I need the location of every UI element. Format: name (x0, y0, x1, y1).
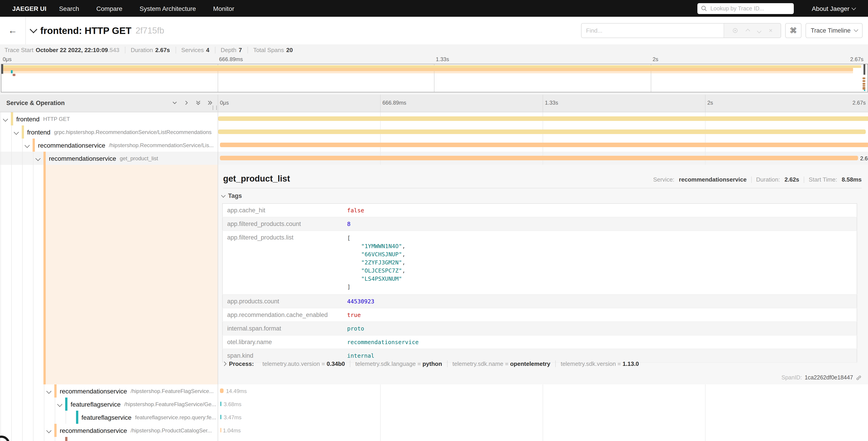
minimap-span-bar (863, 87, 865, 90)
nav-item-monitor[interactable]: Monitor (213, 5, 234, 12)
nav-item-system-architecture[interactable]: System Architecture (140, 5, 196, 12)
span-row[interactable]: featureflagservice/hipstershop.FeatureFl… (0, 398, 868, 411)
detail-service-value: recommendationservice (679, 176, 746, 183)
focus-match-icon[interactable] (732, 27, 738, 33)
tag-row[interactable]: app.products.count 44530923 (222, 295, 857, 308)
nav-item-search[interactable]: Search (59, 5, 79, 12)
tag-row[interactable]: internal.span.format proto (222, 322, 857, 335)
clear-find-icon[interactable]: × (769, 27, 773, 34)
trace-id-lookup-input[interactable] (709, 5, 790, 12)
span-row[interactable]: recommendationservice/hipstershop.Recomm… (0, 139, 868, 152)
tag-row[interactable]: app.filtered_products.list [ "1YMWWN1N4O… (222, 231, 857, 295)
span-color-stripe (33, 139, 35, 152)
trace-view-selector[interactable]: Trace Timeline (806, 23, 863, 38)
span-bar[interactable] (220, 156, 858, 160)
tags-section-toggle[interactable]: Tags (222, 193, 242, 199)
trace-id-lookup[interactable] (697, 3, 794, 14)
chevron-down-icon (854, 27, 858, 32)
minimap-span-bar (2, 68, 853, 71)
collapse-all-icon[interactable] (195, 100, 201, 106)
process-attr: telemetry.sdk.version = 1.13.0 (556, 360, 644, 367)
process-attr: telemetry.auto.version = 0.34b0 (257, 360, 350, 367)
about-jaeger-menu[interactable]: About Jaeger (812, 5, 855, 12)
chevron-right-icon (222, 361, 226, 366)
span-duration-label: 3.47ms (224, 414, 242, 421)
minimap-canvas[interactable] (1, 64, 868, 92)
span-color-stripe (65, 398, 67, 411)
tag-row[interactable]: app.filtered_products.count 8 (222, 217, 857, 231)
minimap-span-bar (11, 70, 13, 74)
service-operation-header: Service & Operation (6, 99, 65, 107)
process-section-toggle[interactable]: Process: telemetry.auto.version = 0.34b0… (223, 360, 644, 367)
panel-divider[interactable] (218, 95, 218, 441)
keyboard-shortcuts-button[interactable]: ⌘ (785, 23, 802, 38)
panel-resize-grip[interactable] (213, 106, 217, 110)
span-row-selected[interactable]: recommendationserviceget_product_list 2.… (0, 152, 868, 165)
chevron-down-icon[interactable] (46, 389, 52, 394)
jaeger-trace-page: JAEGER UI Search Compare System Architec… (0, 0, 868, 441)
app-logo[interactable]: JAEGER UI (12, 5, 46, 12)
back-button[interactable]: ← (0, 17, 26, 45)
chevron-down-icon[interactable] (57, 402, 62, 407)
span-color-stripe (43, 165, 46, 384)
span-bar[interactable] (220, 143, 868, 147)
nav-item-compare[interactable]: Compare (96, 5, 122, 12)
timeline-column-header: Service & Operation 0μs 666.89ms 1.33s 2… (0, 95, 868, 112)
trace-duration-value: 2.67s (155, 47, 170, 53)
minimap-right-drag-handle[interactable] (864, 64, 865, 75)
collapse-trace-chevron-icon[interactable] (30, 26, 37, 33)
span-bar[interactable] (220, 388, 224, 393)
link-icon[interactable] (856, 375, 862, 381)
tag-row[interactable]: app.cache_hit false (222, 204, 857, 217)
span-detail-row: get_product_list Service:recommendations… (0, 165, 868, 385)
span-color-stripe (22, 125, 24, 139)
collapse-one-icon[interactable] (172, 100, 177, 106)
trace-id-short: 2f715fb (135, 26, 164, 35)
span-color-stripe (54, 424, 57, 437)
minimap-tick-labels: 0μs 666.89ms 1.33s 2s 2.67s (0, 56, 868, 64)
expand-all-icon[interactable] (207, 100, 213, 106)
chevron-down-icon[interactable] (25, 143, 30, 148)
trace-services-value: 4 (206, 47, 209, 53)
minimap-span-bar (863, 85, 865, 86)
chevron-down-icon (851, 5, 856, 10)
find-box: × (581, 23, 781, 38)
span-row[interactable]: recommendationservice/hipstershop.Produc… (0, 424, 868, 437)
minimap-span-bar (13, 74, 16, 76)
span-row-partial[interactable] (0, 437, 868, 441)
minimap-left-drag-handle[interactable] (1, 64, 3, 74)
span-color-stripe (43, 152, 46, 165)
minimap-span-bar (2, 71, 853, 74)
timeline-ruler: 0μs 666.89ms 1.33s 2s 2.67s (218, 95, 868, 112)
next-match-icon[interactable] (757, 27, 761, 34)
span-row[interactable]: featureflagservicefeatureflagservice.rep… (0, 411, 868, 424)
chevron-down-icon[interactable] (3, 117, 8, 122)
trace-header: ← frontend: HTTP GET 2f715fb × ⌘ Trac (0, 17, 868, 45)
span-bar[interactable] (221, 415, 221, 419)
tag-row[interactable]: otel.library.name recommendationservice (222, 335, 857, 349)
span-duration-label: 2.62s (860, 155, 868, 161)
search-icon (701, 5, 707, 11)
chevron-down-icon[interactable] (35, 156, 41, 161)
minimap-span-bar (2, 65, 861, 68)
span-duration-label: 1.04ms (223, 428, 241, 434)
span-row[interactable]: recommendationservice/hipstershop.Featur… (0, 384, 868, 398)
chevron-down-icon[interactable] (46, 428, 52, 433)
trace-depth-value: 7 (239, 47, 242, 53)
expand-one-icon[interactable] (184, 100, 189, 106)
span-bar[interactable] (220, 402, 221, 406)
trace-title: frontend: HTTP GET (40, 25, 131, 36)
span-row[interactable]: frontendHTTP GET (0, 112, 868, 125)
prev-match-icon[interactable] (746, 27, 749, 34)
detail-start-time-value: 8.58ms (842, 176, 862, 183)
find-input[interactable] (582, 23, 724, 37)
chevron-down-icon (221, 193, 226, 198)
span-bar[interactable] (218, 129, 866, 134)
span-bar[interactable] (220, 428, 221, 432)
span-duration-label: 3.68ms (223, 401, 242, 408)
tag-row[interactable]: app.recommendation.cache_enabled true (222, 308, 857, 322)
chevron-down-icon[interactable] (14, 130, 19, 135)
span-bar[interactable] (218, 116, 868, 121)
span-detail-left-gutter (0, 165, 218, 384)
span-row[interactable]: frontendgrpc.hipstershop.RecommendationS… (0, 125, 868, 139)
